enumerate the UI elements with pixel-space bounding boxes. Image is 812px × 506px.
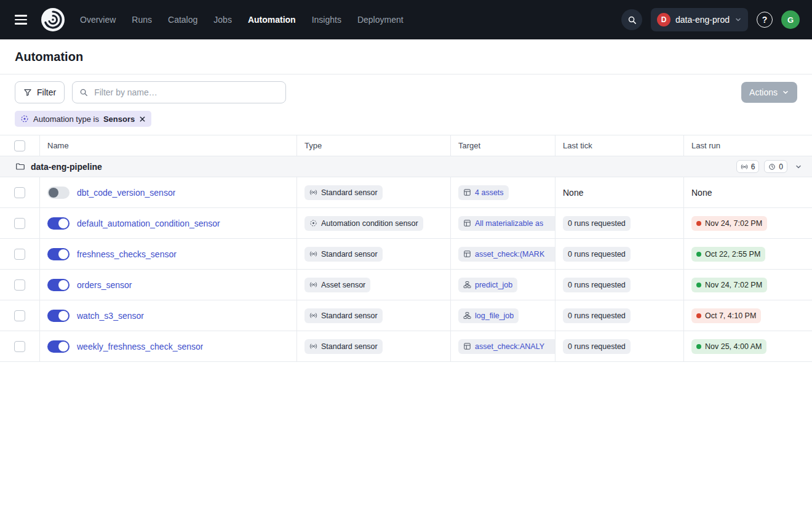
column-header-target: Target	[450, 135, 555, 156]
user-avatar[interactable]: G	[781, 10, 800, 29]
last-run-tag[interactable]: Nov 24, 7:02 PM	[691, 216, 767, 231]
filter-button[interactable]: Filter	[15, 81, 65, 103]
last-run-tag[interactable]: Nov 24, 7:02 PM	[691, 278, 767, 292]
column-header-name: Name	[39, 135, 297, 156]
sensor-toggle[interactable]	[47, 340, 70, 353]
row-checkbox[interactable]	[14, 218, 25, 229]
hamburger-menu-icon[interactable]	[12, 12, 30, 27]
last-run-label: Oct 7, 4:10 PM	[705, 311, 756, 320]
last-tick-cell: 0 runs requested	[555, 270, 683, 300]
last-tick-cell: 0 runs requested	[555, 331, 683, 361]
dagster-logo-icon[interactable]	[41, 7, 65, 32]
sensor-name-link[interactable]: weekly_freshness_check_sensor	[77, 342, 203, 351]
target-label: 4 assets	[475, 188, 504, 197]
global-search-button[interactable]	[621, 9, 642, 30]
primary-nav: Overview Runs Catalog Jobs Automation In…	[80, 15, 404, 25]
chevron-down-icon	[782, 89, 789, 96]
checkbox-cell	[0, 177, 39, 207]
target-tag[interactable]: log_file_job	[458, 308, 519, 323]
nav-item-automation[interactable]: Automation	[248, 15, 296, 25]
target-tag[interactable]: asset_check:ANALY	[458, 339, 555, 354]
sensor-toggle[interactable]	[47, 310, 70, 322]
table-header: Name Type Target Last tick Last run	[0, 135, 812, 156]
schedule-count-badge: 0	[764, 160, 787, 173]
run-status-dot	[696, 252, 701, 257]
sensor-toggle[interactable]	[47, 248, 70, 260]
name-cell: dbt_code_version_sensor	[39, 177, 297, 207]
nav-item-jobs[interactable]: Jobs	[213, 15, 232, 25]
last-tick-cell: None	[555, 177, 683, 207]
folder-icon	[15, 162, 25, 171]
last-run-tag[interactable]: Oct 7, 4:10 PM	[691, 308, 761, 323]
sensor-icon	[309, 281, 317, 289]
last-tick-tag: 0 runs requested	[563, 278, 631, 292]
asset-icon	[463, 250, 471, 258]
row-checkbox[interactable]	[14, 310, 25, 321]
last-run-cell: Nov 24, 7:02 PM	[683, 270, 812, 300]
target-tag[interactable]: predict_job	[458, 278, 517, 292]
help-icon[interactable]: ?	[757, 12, 773, 28]
group-name: data-eng-pipeline	[31, 162, 102, 172]
type-cell: Automation condition sensor	[297, 208, 450, 238]
name-filter-input[interactable]	[93, 87, 279, 98]
run-status-dot	[696, 221, 701, 226]
last-run-cell: Nov 24, 7:02 PM	[683, 208, 812, 238]
run-status-dot	[696, 313, 701, 318]
deployment-switcher[interactable]: D data-eng-prod	[651, 8, 748, 31]
automation-type-filter-chip: Automation type is Sensors	[15, 111, 151, 127]
type-cell: Standard sensor	[297, 300, 450, 331]
sensor-name-link[interactable]: freshness_checks_sensor	[77, 249, 177, 259]
row-checkbox[interactable]	[14, 249, 25, 260]
column-header-last-tick: Last tick	[555, 135, 683, 156]
sensor-type-tag: Standard sensor	[304, 247, 383, 262]
sensor-toggle[interactable]	[47, 187, 70, 199]
table-row: weekly_freshness_check_sensorStandard se…	[0, 331, 812, 362]
sensor-toggle[interactable]	[47, 217, 70, 230]
nav-item-catalog[interactable]: Catalog	[168, 15, 197, 25]
target-tag[interactable]: All materializable as	[458, 216, 555, 231]
last-tick-tag: 0 runs requested	[563, 247, 631, 262]
checkbox-cell	[0, 331, 39, 361]
sensor-name-link[interactable]: dbt_code_version_sensor	[77, 188, 175, 198]
type-cell: Standard sensor	[297, 177, 450, 207]
last-run-label: Nov 24, 7:02 PM	[705, 219, 762, 228]
close-icon[interactable]	[139, 116, 146, 122]
row-checkbox[interactable]	[14, 341, 25, 352]
nav-item-runs[interactable]: Runs	[132, 15, 152, 25]
row-checkbox[interactable]	[14, 187, 25, 198]
target-tag[interactable]: 4 assets	[458, 185, 509, 200]
sensor-type-tag: Asset sensor	[304, 278, 370, 292]
last-tick-label: 0 runs requested	[568, 311, 626, 320]
nav-item-deployment[interactable]: Deployment	[357, 15, 404, 25]
nav-item-overview[interactable]: Overview	[80, 15, 116, 25]
sensor-name-link[interactable]: default_automation_condition_sensor	[77, 219, 220, 228]
last-run-tag[interactable]: Nov 25, 4:00 AM	[691, 339, 766, 354]
sensor-name-link[interactable]: orders_sensor	[77, 280, 132, 290]
code-location-group-row[interactable]: data-eng-pipeline 6 0	[0, 156, 812, 177]
sensor-count: 6	[751, 163, 755, 171]
sensor-type-label: Standard sensor	[321, 250, 378, 259]
row-checkbox[interactable]	[14, 279, 25, 291]
last-run-tag[interactable]: Oct 22, 2:55 PM	[691, 247, 765, 262]
sensor-count-badge: 6	[736, 160, 760, 173]
sensor-type-tag: Standard sensor	[304, 308, 383, 323]
schedule-count: 0	[779, 163, 783, 171]
sensor-type-label: Automation condition sensor	[321, 219, 418, 228]
top-nav: Overview Runs Catalog Jobs Automation In…	[0, 0, 812, 39]
select-all-checkbox[interactable]	[14, 140, 25, 151]
asset-icon	[463, 219, 471, 227]
sensor-name-link[interactable]: watch_s3_sensor	[77, 311, 144, 321]
last-run-label: Oct 22, 2:55 PM	[705, 250, 760, 259]
table-row: freshness_checks_sensorStandard sensoras…	[0, 239, 812, 270]
actions-button[interactable]: Actions	[741, 82, 797, 103]
target-tag[interactable]: asset_check:(MARK	[458, 247, 555, 262]
last-tick-label: 0 runs requested	[568, 342, 626, 351]
target-cell: predict_job	[450, 270, 555, 300]
sensor-icon	[741, 163, 748, 171]
active-filters-row: Automation type is Sensors	[0, 109, 812, 135]
target-cell: All materializable as	[450, 208, 555, 238]
sensor-toggle[interactable]	[47, 279, 70, 291]
nav-item-insights[interactable]: Insights	[312, 15, 341, 25]
collapse-chevron-icon[interactable]	[795, 163, 802, 171]
name-cell: watch_s3_sensor	[39, 300, 297, 331]
